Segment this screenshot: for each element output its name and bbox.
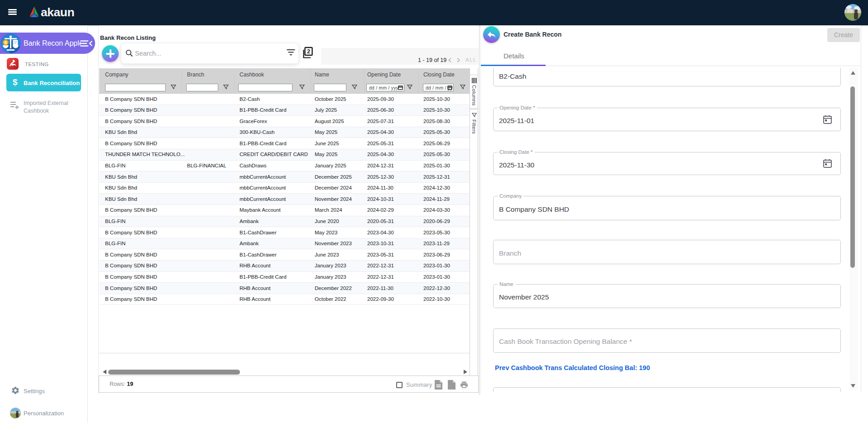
svg-text:2: 2: [307, 48, 310, 55]
svg-text:$: $: [5, 40, 7, 45]
